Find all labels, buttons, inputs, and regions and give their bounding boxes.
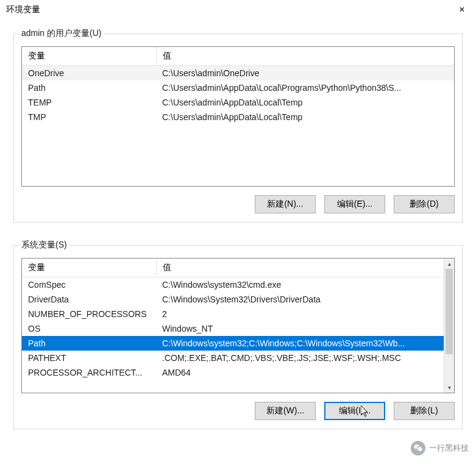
sys-col-variable[interactable]: 变量 — [22, 259, 156, 277]
cell-variable: TEMP — [22, 95, 156, 110]
cell-variable: DriverData — [22, 292, 156, 307]
close-button[interactable]: × — [448, 0, 476, 20]
cell-value: C:\Users\admin\OneDrive — [156, 66, 454, 81]
scroll-down-icon[interactable]: ▾ — [444, 382, 454, 393]
table-row[interactable]: DriverData C:\Windows\System32\Drivers\D… — [22, 292, 444, 307]
system-variables-legend-text: 系统变量(S) — [21, 240, 67, 249]
cell-variable: PROCESSOR_ARCHITECT... — [22, 365, 156, 380]
cell-variable: Path — [22, 336, 156, 351]
cell-variable: PATHEXT — [22, 351, 156, 365]
titlebar: 环境变量 × — [0, 0, 476, 20]
scroll-thumb[interactable] — [446, 269, 453, 354]
table-row[interactable]: Path C:\Users\admin\AppData\Local\Progra… — [22, 80, 454, 95]
system-scrollbar[interactable]: ▴ ▾ — [444, 259, 454, 393]
system-scroll-area: 变量 值 ComSpec C:\Windows\system32\cmd.exe… — [22, 259, 444, 393]
cell-value: C:\Windows\System32\Drivers\DriverData — [156, 292, 444, 307]
system-variables-legend: 系统变量(S) — [19, 240, 69, 251]
cell-variable: OneDrive — [22, 66, 156, 81]
scroll-up-icon[interactable]: ▴ — [444, 259, 454, 269]
table-row[interactable]: PROCESSOR_ARCHITECT... AMD64 — [22, 365, 444, 380]
scroll-track[interactable] — [444, 269, 454, 382]
cell-value: .COM;.EXE;.BAT;.CMD;.VBS;.VBE;.JS;.JSE;.… — [156, 351, 444, 365]
system-delete-button[interactable]: 删除(L) — [394, 402, 455, 420]
user-new-button[interactable]: 新建(N)... — [255, 195, 316, 213]
cell-variable: OS — [22, 321, 156, 336]
system-button-row: 新建(W)... 编辑(I)... 删除(L) — [21, 402, 455, 420]
user-col-variable[interactable]: 变量 — [22, 47, 156, 66]
dialog-body: admin 的用户变量(U) 变量 值 OneDrive C:\Users\ad… — [0, 20, 476, 435]
cell-variable: TMP — [22, 110, 156, 124]
window-title: 环境变量 — [6, 4, 40, 15]
user-button-row: 新建(N)... 编辑(E)... 删除(D) — [21, 195, 455, 213]
sys-col-value[interactable]: 值 — [156, 259, 444, 277]
cell-value: 2 — [156, 307, 444, 321]
wechat-icon — [411, 441, 425, 455]
table-row[interactable]: OneDrive C:\Users\admin\OneDrive — [22, 66, 454, 81]
cell-value: C:\Users\admin\AppData\Local\Temp — [156, 110, 454, 124]
cell-value: C:\Users\admin\AppData\Local\Temp — [156, 95, 454, 110]
cell-variable: Path — [22, 80, 156, 95]
user-col-value[interactable]: 值 — [156, 47, 454, 66]
user-variables-group: admin 的用户变量(U) 变量 值 OneDrive C:\Users\ad… — [13, 28, 463, 223]
system-variables-table-wrap[interactable]: 变量 值 ComSpec C:\Windows\system32\cmd.exe… — [21, 258, 455, 393]
cell-value: C:\Windows\system32;C:\Windows;C:\Window… — [156, 336, 444, 351]
user-variables-table-wrap[interactable]: 变量 值 OneDrive C:\Users\admin\OneDrive Pa… — [21, 46, 455, 187]
system-variables-table: 变量 值 ComSpec C:\Windows\system32\cmd.exe… — [22, 259, 444, 380]
user-delete-button[interactable]: 删除(D) — [394, 195, 455, 213]
cell-value: Windows_NT — [156, 321, 444, 336]
user-edit-button[interactable]: 编辑(E)... — [324, 195, 385, 213]
system-edit-button[interactable]: 编辑(I)... — [324, 402, 385, 420]
cell-variable: ComSpec — [22, 277, 156, 293]
user-variables-legend: admin 的用户变量(U) — [19, 28, 104, 39]
cell-variable: NUMBER_OF_PROCESSORS — [22, 307, 156, 321]
table-row[interactable]: OS Windows_NT — [22, 321, 444, 336]
user-variables-legend-text: admin 的用户变量(U) — [21, 28, 101, 38]
table-row[interactable]: TMP C:\Users\admin\AppData\Local\Temp — [22, 110, 454, 124]
system-variables-group: 系统变量(S) 变量 值 ComSpec C:\Windows\sys — [13, 240, 463, 429]
cell-value: C:\Users\admin\AppData\Local\Programs\Py… — [156, 80, 454, 95]
close-icon: × — [459, 5, 464, 15]
table-row[interactable]: ComSpec C:\Windows\system32\cmd.exe — [22, 277, 444, 293]
table-row[interactable]: NUMBER_OF_PROCESSORS 2 — [22, 307, 444, 321]
watermark-text: 一行黑科技 — [429, 443, 469, 454]
table-row[interactable]: TEMP C:\Users\admin\AppData\Local\Temp — [22, 95, 454, 110]
user-variables-table: 变量 值 OneDrive C:\Users\admin\OneDrive Pa… — [22, 47, 454, 124]
system-new-button[interactable]: 新建(W)... — [255, 402, 316, 420]
watermark: 一行黑科技 — [411, 441, 469, 455]
cell-value: AMD64 — [156, 365, 444, 380]
cell-value: C:\Windows\system32\cmd.exe — [156, 277, 444, 293]
table-row-selected[interactable]: Path C:\Windows\system32;C:\Windows;C:\W… — [22, 336, 444, 351]
table-row[interactable]: PATHEXT .COM;.EXE;.BAT;.CMD;.VBS;.VBE;.J… — [22, 351, 444, 365]
